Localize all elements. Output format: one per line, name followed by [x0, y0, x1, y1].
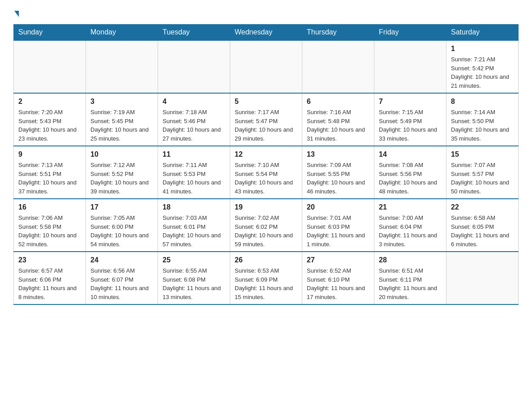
day-info: Sunrise: 7:20 AM Sunset: 5:43 PM Dayligh…	[18, 108, 81, 143]
calendar-day-cell: 6Sunrise: 7:16 AM Sunset: 5:48 PM Daylig…	[302, 93, 374, 146]
day-info: Sunrise: 7:01 AM Sunset: 6:03 PM Dayligh…	[307, 214, 369, 248]
calendar-day-cell	[302, 40, 374, 93]
day-info: Sunrise: 7:19 AM Sunset: 5:45 PM Dayligh…	[90, 108, 153, 143]
calendar-day-cell: 25Sunrise: 6:55 AM Sunset: 6:08 PM Dayli…	[158, 252, 230, 304]
calendar-header-row: SundayMondayTuesdayWednesdayThursdayFrid…	[14, 25, 519, 41]
day-info: Sunrise: 6:57 AM Sunset: 6:06 PM Dayligh…	[18, 266, 81, 301]
calendar-day-cell: 8Sunrise: 7:14 AM Sunset: 5:50 PM Daylig…	[446, 93, 519, 146]
logo	[13, 9, 19, 17]
day-number: 7	[379, 96, 442, 107]
calendar-day-cell: 5Sunrise: 7:17 AM Sunset: 5:47 PM Daylig…	[230, 93, 302, 146]
calendar-day-cell	[230, 40, 302, 93]
day-number: 6	[307, 96, 369, 107]
day-info: Sunrise: 7:05 AM Sunset: 6:00 PM Dayligh…	[90, 214, 153, 248]
day-number: 28	[379, 255, 442, 265]
day-number: 27	[307, 255, 369, 265]
day-number: 8	[451, 96, 514, 107]
calendar-day-cell: 1Sunrise: 7:21 AM Sunset: 5:42 PM Daylig…	[446, 40, 519, 93]
day-info: Sunrise: 7:00 AM Sunset: 6:04 PM Dayligh…	[379, 214, 442, 248]
calendar-header-wednesday: Wednesday	[230, 25, 302, 41]
calendar-day-cell: 13Sunrise: 7:09 AM Sunset: 5:55 PM Dayli…	[302, 146, 374, 199]
calendar-day-cell: 10Sunrise: 7:12 AM Sunset: 5:52 PM Dayli…	[86, 146, 158, 199]
day-number: 4	[163, 96, 225, 107]
calendar-header-friday: Friday	[374, 25, 446, 41]
calendar-header-monday: Monday	[86, 25, 158, 41]
calendar-day-cell: 20Sunrise: 7:01 AM Sunset: 6:03 PM Dayli…	[302, 199, 374, 252]
day-number: 11	[163, 149, 225, 160]
day-info: Sunrise: 7:18 AM Sunset: 5:46 PM Dayligh…	[163, 108, 225, 143]
day-info: Sunrise: 7:17 AM Sunset: 5:47 PM Dayligh…	[235, 108, 297, 143]
calendar-week-row: 1Sunrise: 7:21 AM Sunset: 5:42 PM Daylig…	[14, 40, 519, 93]
page-header	[13, 9, 519, 17]
calendar-day-cell: 16Sunrise: 7:06 AM Sunset: 5:58 PM Dayli…	[14, 199, 86, 252]
day-number: 10	[90, 149, 153, 160]
calendar-day-cell	[446, 252, 519, 304]
day-info: Sunrise: 6:52 AM Sunset: 6:10 PM Dayligh…	[307, 266, 369, 301]
day-info: Sunrise: 7:02 AM Sunset: 6:02 PM Dayligh…	[235, 214, 297, 248]
calendar-day-cell: 17Sunrise: 7:05 AM Sunset: 6:00 PM Dayli…	[86, 199, 158, 252]
day-number: 16	[18, 202, 81, 213]
day-number: 5	[235, 96, 297, 107]
calendar-header-thursday: Thursday	[302, 25, 374, 41]
day-info: Sunrise: 7:14 AM Sunset: 5:50 PM Dayligh…	[451, 108, 514, 143]
calendar-day-cell: 27Sunrise: 6:52 AM Sunset: 6:10 PM Dayli…	[302, 252, 374, 304]
calendar-day-cell: 11Sunrise: 7:11 AM Sunset: 5:53 PM Dayli…	[158, 146, 230, 199]
calendar-day-cell: 4Sunrise: 7:18 AM Sunset: 5:46 PM Daylig…	[158, 93, 230, 146]
day-info: Sunrise: 7:09 AM Sunset: 5:55 PM Dayligh…	[307, 161, 369, 196]
day-info: Sunrise: 6:56 AM Sunset: 6:07 PM Dayligh…	[90, 266, 153, 301]
calendar-day-cell: 19Sunrise: 7:02 AM Sunset: 6:02 PM Dayli…	[230, 199, 302, 252]
day-number: 14	[379, 149, 442, 160]
day-number: 1	[451, 43, 514, 54]
day-info: Sunrise: 7:15 AM Sunset: 5:49 PM Dayligh…	[379, 108, 442, 143]
calendar-week-row: 16Sunrise: 7:06 AM Sunset: 5:58 PM Dayli…	[14, 199, 519, 252]
day-number: 22	[451, 202, 514, 213]
day-info: Sunrise: 6:53 AM Sunset: 6:09 PM Dayligh…	[235, 266, 297, 301]
calendar-day-cell: 7Sunrise: 7:15 AM Sunset: 5:49 PM Daylig…	[374, 93, 446, 146]
day-info: Sunrise: 7:13 AM Sunset: 5:51 PM Dayligh…	[18, 161, 81, 196]
day-number: 19	[235, 202, 297, 213]
calendar-day-cell	[14, 40, 86, 93]
day-info: Sunrise: 7:03 AM Sunset: 6:01 PM Dayligh…	[163, 214, 225, 248]
calendar-day-cell: 12Sunrise: 7:10 AM Sunset: 5:54 PM Dayli…	[230, 146, 302, 199]
calendar-day-cell: 28Sunrise: 6:51 AM Sunset: 6:11 PM Dayli…	[374, 252, 446, 304]
day-info: Sunrise: 6:51 AM Sunset: 6:11 PM Dayligh…	[379, 266, 442, 301]
calendar-week-row: 2Sunrise: 7:20 AM Sunset: 5:43 PM Daylig…	[14, 93, 519, 146]
calendar-day-cell: 15Sunrise: 7:07 AM Sunset: 5:57 PM Dayli…	[446, 146, 519, 199]
calendar-day-cell: 21Sunrise: 7:00 AM Sunset: 6:04 PM Dayli…	[374, 199, 446, 252]
day-number: 17	[90, 202, 153, 213]
day-number: 2	[18, 96, 81, 107]
day-number: 24	[90, 255, 153, 265]
day-info: Sunrise: 7:08 AM Sunset: 5:56 PM Dayligh…	[379, 161, 442, 196]
calendar-day-cell: 18Sunrise: 7:03 AM Sunset: 6:01 PM Dayli…	[158, 199, 230, 252]
day-number: 15	[451, 149, 514, 160]
day-info: Sunrise: 7:10 AM Sunset: 5:54 PM Dayligh…	[235, 161, 297, 196]
day-number: 26	[235, 255, 297, 265]
calendar-day-cell: 14Sunrise: 7:08 AM Sunset: 5:56 PM Dayli…	[374, 146, 446, 199]
calendar-header-tuesday: Tuesday	[158, 25, 230, 41]
calendar-day-cell: 2Sunrise: 7:20 AM Sunset: 5:43 PM Daylig…	[14, 93, 86, 146]
day-number: 12	[235, 149, 297, 160]
day-number: 21	[379, 202, 442, 213]
calendar-header-sunday: Sunday	[14, 25, 86, 41]
day-number: 25	[163, 255, 225, 265]
day-info: Sunrise: 7:11 AM Sunset: 5:53 PM Dayligh…	[163, 161, 225, 196]
calendar-day-cell: 3Sunrise: 7:19 AM Sunset: 5:45 PM Daylig…	[86, 93, 158, 146]
calendar-day-cell: 26Sunrise: 6:53 AM Sunset: 6:09 PM Dayli…	[230, 252, 302, 304]
day-info: Sunrise: 7:07 AM Sunset: 5:57 PM Dayligh…	[451, 161, 514, 196]
day-number: 20	[307, 202, 369, 213]
calendar-week-row: 23Sunrise: 6:57 AM Sunset: 6:06 PM Dayli…	[14, 252, 519, 304]
calendar-day-cell: 23Sunrise: 6:57 AM Sunset: 6:06 PM Dayli…	[14, 252, 86, 304]
day-info: Sunrise: 7:16 AM Sunset: 5:48 PM Dayligh…	[307, 108, 369, 143]
day-info: Sunrise: 7:06 AM Sunset: 5:58 PM Dayligh…	[18, 214, 81, 248]
day-info: Sunrise: 6:55 AM Sunset: 6:08 PM Dayligh…	[163, 266, 225, 301]
day-number: 18	[163, 202, 225, 213]
day-number: 9	[18, 149, 81, 160]
calendar-day-cell	[374, 40, 446, 93]
day-number: 23	[18, 255, 81, 265]
calendar-day-cell: 22Sunrise: 6:58 AM Sunset: 6:05 PM Dayli…	[446, 199, 519, 252]
logo-arrow-icon	[14, 11, 19, 17]
day-info: Sunrise: 7:12 AM Sunset: 5:52 PM Dayligh…	[90, 161, 153, 196]
calendar-day-cell	[158, 40, 230, 93]
day-info: Sunrise: 6:58 AM Sunset: 6:05 PM Dayligh…	[451, 214, 514, 248]
calendar-table: SundayMondayTuesdayWednesdayThursdayFrid…	[13, 24, 519, 305]
